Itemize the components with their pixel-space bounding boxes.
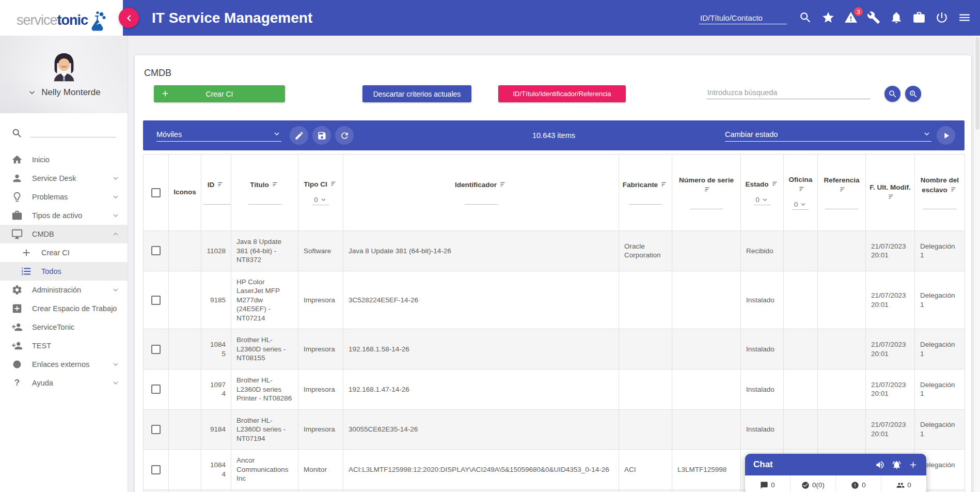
cell-select[interactable]: [144, 489, 169, 492]
sort-icon[interactable]: [499, 180, 507, 188]
change-state-selector[interactable]: Cambiar estado: [725, 129, 931, 142]
col-header-estado[interactable]: Estado0: [741, 155, 784, 231]
scrollbar-thumb[interactable]: [975, 37, 979, 130]
chat-notifications-icon[interactable]: [892, 460, 902, 470]
sort-icon[interactable]: [330, 180, 338, 188]
sort-icon[interactable]: [798, 185, 806, 193]
cell-select[interactable]: [144, 370, 169, 410]
sidebar-item-ayuda[interactable]: ?Ayuda: [0, 374, 128, 392]
menu-hamburger-icon[interactable]: [958, 11, 972, 25]
user-menu[interactable]: Nelly Monterde: [27, 87, 100, 98]
avatar[interactable]: [48, 51, 80, 83]
tools-wrench-icon[interactable]: [867, 11, 881, 25]
column-filter-input[interactable]: [465, 196, 498, 205]
discard-criteria-button[interactable]: Descartar criterios actuales: [362, 85, 471, 102]
chat-header[interactable]: Chat: [745, 454, 926, 475]
favorites-star-icon[interactable]: [821, 11, 835, 25]
sidebar-item-servicetonic[interactable]: ServiceTonic: [0, 318, 128, 336]
col-header-id[interactable]: ID: [201, 155, 231, 231]
collapse-sidebar-button[interactable]: [119, 8, 139, 28]
alerts-warning-icon[interactable]: 3: [844, 11, 858, 25]
sort-icon[interactable]: [217, 180, 225, 188]
col-header-tipo[interactable]: Tipo CI0: [298, 155, 343, 231]
save-view-button[interactable]: [312, 126, 331, 145]
execute-action-button[interactable]: [937, 126, 955, 145]
col-header-fabricante[interactable]: Fabricante: [619, 155, 672, 231]
sort-icon[interactable]: [660, 180, 668, 188]
page-scrollbar[interactable]: [974, 36, 980, 492]
col-header-oficina[interactable]: Oficina0: [784, 155, 818, 231]
search-button[interactable]: [884, 86, 900, 102]
chat-stat-chat-bubble[interactable]: 0: [745, 475, 790, 492]
sidebar-item-crear-espacio-de-trabajo[interactable]: Crear Espacio de Trabajo: [0, 299, 128, 318]
table-search-input[interactable]: [706, 86, 871, 99]
refresh-button[interactable]: [335, 126, 354, 145]
table-row[interactable]: 9184Brother HL-L2360D series - NT07194Im…: [144, 409, 965, 450]
column-filter-input[interactable]: [923, 201, 956, 209]
sidebar-item-test[interactable]: TEST: [0, 336, 128, 355]
filter-criteria-button[interactable]: ID/Título/Identificador/Referencia: [498, 85, 626, 102]
view-selector[interactable]: Móviles: [156, 129, 281, 142]
chat-stat-check-circle[interactable]: 0(0): [790, 475, 835, 492]
sidebar-item-service-desk[interactable]: Service Desk: [0, 169, 128, 188]
workspace-briefcase-icon[interactable]: [912, 11, 926, 25]
row-checkbox[interactable]: [151, 465, 161, 474]
edit-view-button[interactable]: [290, 126, 308, 145]
header-quick-search-input[interactable]: [699, 12, 787, 24]
col-header-select[interactable]: [144, 155, 169, 231]
col-header-modif[interactable]: F. Ult. Modif.: [866, 155, 915, 231]
sidebar-item-problemas[interactable]: Problemas: [0, 188, 128, 206]
sidebar-item-todos[interactable]: Todos: [0, 262, 128, 281]
column-filter-input[interactable]: [690, 201, 723, 209]
sort-icon[interactable]: [888, 193, 895, 201]
logout-power-icon[interactable]: [935, 11, 949, 25]
table-row[interactable]: 10974Brother HL-L2360D series Printer - …: [144, 370, 965, 410]
col-header-serie[interactable]: Número de serie: [672, 155, 741, 231]
cell-select[interactable]: [144, 450, 169, 490]
sidebar-item-cmdb[interactable]: CMDB: [0, 225, 128, 243]
select-all-checkbox[interactable]: [151, 188, 161, 197]
create-ci-button[interactable]: Crear CI: [154, 85, 285, 102]
logo[interactable]: servicetonic: [0, 0, 123, 36]
column-filter-select[interactable]: 0: [754, 196, 770, 205]
row-checkbox[interactable]: [151, 246, 161, 255]
sidebar-item-administraci-n[interactable]: Administración: [0, 281, 128, 299]
advanced-search-button[interactable]: [905, 86, 921, 102]
row-checkbox[interactable]: [151, 296, 161, 305]
col-header-esclavo[interactable]: Nombre del esclavo: [915, 155, 965, 231]
sidebar-item-tipos-de-activo[interactable]: Tipos de activo: [0, 206, 128, 225]
sidebar-item-crear-ci[interactable]: Crear CI: [0, 243, 128, 262]
chat-stat-people[interactable]: 0: [881, 475, 926, 492]
sort-icon[interactable]: [839, 186, 847, 193]
cell-select[interactable]: [144, 409, 169, 450]
notifications-bell-icon[interactable]: [890, 11, 904, 25]
sidebar-item-inicio[interactable]: Inicio: [0, 150, 128, 169]
table-row[interactable]: 10845Brother HL-L2360D series - NT08155I…: [144, 329, 965, 370]
cell-select[interactable]: [144, 231, 169, 271]
column-filter-select[interactable]: 0: [312, 196, 329, 205]
col-header-titulo[interactable]: Título: [231, 155, 298, 231]
sidebar-item-enlaces-externos[interactable]: Enlaces externos: [0, 355, 128, 374]
table-row[interactable]: 9185HP Color LaserJet MFP M277dw (24E5EF…: [144, 271, 965, 329]
column-filter-input[interactable]: [825, 201, 858, 209]
chat-stat-error-circle[interactable]: 0: [835, 475, 881, 492]
col-header-identificador[interactable]: Identificador: [343, 155, 619, 231]
sidebar-search-input[interactable]: [30, 129, 116, 137]
table-row[interactable]: 11028Java 8 Update 381 (64-bit) - NT8372…: [144, 231, 965, 271]
sort-icon[interactable]: [704, 186, 712, 193]
chat-new-icon[interactable]: [908, 460, 918, 470]
sort-icon[interactable]: [950, 186, 958, 193]
search-icon[interactable]: [799, 11, 813, 25]
row-checkbox[interactable]: [151, 385, 161, 394]
chat-sound-icon[interactable]: [875, 460, 885, 470]
cell-select[interactable]: [144, 329, 169, 370]
column-filter-select[interactable]: 0: [793, 201, 809, 210]
sort-icon[interactable]: [771, 180, 779, 188]
row-checkbox[interactable]: [151, 425, 161, 434]
col-header-referencia[interactable]: Referencia: [818, 155, 866, 231]
column-filter-input[interactable]: [629, 196, 662, 205]
cell-select[interactable]: [144, 271, 169, 329]
row-checkbox[interactable]: [151, 345, 161, 354]
sort-icon[interactable]: [272, 180, 279, 188]
column-filter-input[interactable]: [248, 196, 281, 205]
